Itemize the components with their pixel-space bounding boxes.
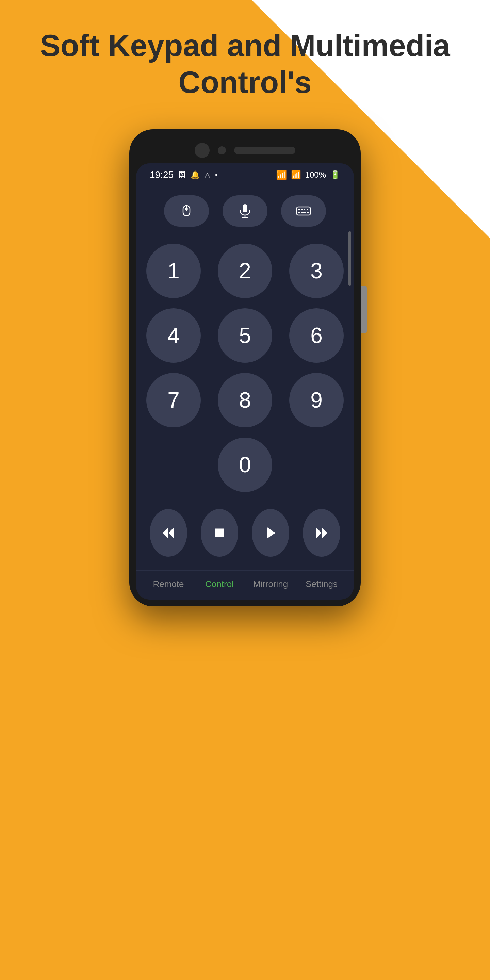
key-1[interactable]: 1 [146,243,201,298]
status-right-icons: 📶 📶 100% 🔋 [276,170,340,180]
svg-rect-10 [307,209,308,210]
key-2[interactable]: 2 [218,243,272,298]
svg-rect-7 [298,209,300,210]
fast-forward-icon [313,524,330,541]
numpad-row-4: 0 [218,438,272,492]
phone-screen: 19:25 🖼 🔔 △ • 📶 📶 100% 🔋 [136,163,354,600]
nav-remote-label: Remote [153,579,184,589]
numpad-row-2: 4 5 6 [146,308,344,363]
svg-rect-13 [307,212,309,213]
nav-remote[interactable]: Remote [143,579,194,589]
top-icon-buttons [150,195,340,227]
image-status-icon: 🖼 [178,170,186,179]
svg-rect-6 [297,207,310,215]
key-5[interactable]: 5 [218,308,272,363]
battery-icon: 🔋 [330,170,340,180]
battery-percent: 100% [305,170,326,180]
svg-marker-19 [321,527,327,538]
status-time: 19:25 [150,169,173,180]
page-title: Soft Keypad and Multimedia Control's [34,27,456,101]
alert-icon: △ [205,170,210,179]
nav-settings[interactable]: Settings [296,579,347,589]
numpad-row-1: 1 2 3 [146,243,344,298]
mouse-button[interactable] [164,195,209,227]
keyboard-button[interactable] [281,195,326,227]
key-4[interactable]: 4 [146,308,201,363]
keyboard-icon [295,203,312,219]
phone-camera-area [136,136,354,163]
screen-content: 1 2 3 4 5 6 7 8 9 0 [136,185,354,570]
nav-mirroring[interactable]: Mirroring [245,579,296,589]
svg-rect-16 [215,529,224,537]
phone-mockup: 19:25 🖼 🔔 △ • 📶 📶 100% 🔋 [129,129,361,606]
key-6[interactable]: 6 [289,308,344,363]
svg-marker-15 [169,527,174,538]
key-0[interactable]: 0 [218,438,272,492]
numpad: 1 2 3 4 5 6 7 8 9 0 [150,243,340,492]
svg-rect-3 [243,204,247,212]
speaker-bar [234,147,295,154]
stop-icon [211,524,228,541]
svg-rect-2 [185,208,188,210]
key-3[interactable]: 3 [289,243,344,298]
media-controls [150,492,340,570]
wifi-icon: 📶 [276,170,287,180]
dot-icon: • [215,170,218,179]
key-8[interactable]: 8 [218,373,272,427]
play-icon [262,524,279,541]
nav-mirroring-label: Mirroring [253,579,288,589]
nav-control[interactable]: Control [194,579,245,589]
svg-rect-9 [304,209,305,210]
nav-settings-label: Settings [305,579,337,589]
svg-rect-12 [301,212,306,213]
svg-rect-11 [298,212,300,213]
side-button [361,286,367,334]
svg-marker-14 [163,527,169,538]
fast-forward-button[interactable] [303,509,340,557]
key-7[interactable]: 7 [146,373,201,427]
proximity-sensor [218,146,226,154]
rewind-button[interactable] [150,509,187,557]
bottom-navigation: Remote Control Mirroring Settings [136,570,354,600]
svg-marker-18 [316,527,321,538]
phone-outer: 19:25 🖼 🔔 △ • 📶 📶 100% 🔋 [129,129,361,606]
stop-button[interactable] [201,509,238,557]
status-bar: 19:25 🖼 🔔 △ • 📶 📶 100% 🔋 [136,163,354,185]
status-left-icons: 🖼 🔔 △ • [178,170,218,179]
play-button[interactable] [252,509,289,557]
svg-marker-17 [267,527,275,538]
rewind-icon [160,524,177,541]
key-9[interactable]: 9 [289,373,344,427]
signal-icon: 📶 [291,170,301,180]
nav-control-label: Control [205,579,234,589]
svg-rect-8 [301,209,302,210]
mouse-icon [178,203,195,219]
scrollbar[interactable] [348,231,351,286]
notification-icon: 🔔 [191,170,200,179]
page-header: Soft Keypad and Multimedia Control's [0,27,490,101]
numpad-row-3: 7 8 9 [146,373,344,427]
mic-button[interactable] [223,195,267,227]
camera-icon [195,143,210,158]
mic-icon [237,203,253,219]
